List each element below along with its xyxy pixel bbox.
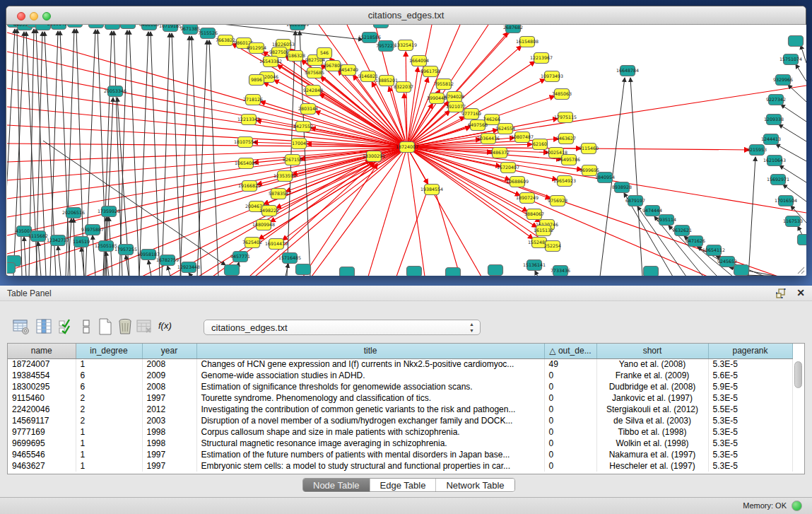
network-node[interactable]: 15716485	[278, 253, 301, 264]
table-cell[interactable]: 1997	[142, 392, 196, 404]
network-node[interactable]	[798, 235, 807, 245]
network-node[interactable]: 20053346	[104, 86, 126, 97]
table-cell[interactable]: 49	[544, 358, 596, 370]
network-node[interactable]: 15136141	[523, 260, 546, 271]
network-edge[interactable]	[192, 36, 201, 276]
network-node[interactable]: 1615132	[534, 226, 553, 236]
table-cell[interactable]: 5.3E-5	[708, 438, 792, 449]
network-edge[interactable]	[748, 157, 755, 276]
network-node[interactable]: 10807487	[511, 132, 534, 143]
table-cell[interactable]: 2008	[142, 358, 196, 370]
table-cell[interactable]: 0	[544, 415, 596, 426]
network-node[interactable]: 20206516	[62, 208, 85, 218]
table-cell[interactable]: Structural magnetic resonance image aver…	[196, 438, 544, 449]
table-cell[interactable]: 1	[76, 449, 142, 460]
table-cell[interactable]: 0	[544, 426, 596, 438]
network-edge[interactable]	[151, 32, 160, 276]
table-cell[interactable]: Yano et al. (2008)	[596, 358, 708, 370]
float-panel-icon[interactable]	[775, 288, 787, 299]
network-node[interactable]	[225, 265, 240, 276]
function-builder-icon[interactable]: f(x)	[158, 320, 178, 337]
network-window[interactable]: citations_edges.txt 44055714200914061065…	[6, 6, 806, 276]
network-node[interactable]: 9115460	[579, 144, 599, 154]
network-node[interactable]: 19384554	[420, 185, 443, 195]
table-cell[interactable]: 2	[76, 392, 142, 404]
network-edge[interactable]	[264, 83, 407, 147]
vertical-scrollbar[interactable]	[794, 361, 803, 472]
table-cell[interactable]: 0	[544, 370, 596, 381]
table-cell[interactable]: Hescheler et al. (1997)	[596, 460, 708, 472]
table-cell[interactable]: 5.3E-5	[708, 449, 792, 460]
network-node[interactable]	[407, 267, 422, 276]
table-cell[interactable]: 18300295	[8, 381, 76, 392]
network-node[interactable]: 1624554	[495, 124, 515, 134]
table-row[interactable]: 1456911722003Disruption of a novel membe…	[8, 415, 792, 426]
network-node[interactable]: 1244413	[761, 134, 781, 145]
network-node[interactable]: 9463627	[556, 134, 576, 144]
network-node[interactable]	[789, 36, 804, 47]
table-cell[interactable]: 6	[76, 381, 142, 392]
network-node[interactable]: 10653287	[85, 25, 107, 28]
table-cell[interactable]: Tourette syndrome. Phenomenology and cla…	[196, 392, 544, 404]
network-graph[interactable]: 4405571420091406106532871527602646616010…	[7, 25, 806, 276]
network-node[interactable]: 9227342	[766, 95, 786, 105]
table-cell[interactable]: 1998	[142, 438, 196, 449]
network-node[interactable]: 5875685	[305, 68, 324, 78]
network-edge[interactable]	[396, 186, 429, 276]
network-node[interactable]: 6466160	[139, 25, 159, 30]
table-cell[interactable]: Investigating the contribution of common…	[196, 404, 544, 415]
network-node[interactable]: 1664094	[409, 56, 429, 66]
table-cell[interactable]: Jankovic et al. (1997)	[596, 392, 708, 404]
column-header-pagerank[interactable]: pagerank	[708, 344, 792, 358]
table-cell[interactable]: 5.6E-5	[708, 370, 792, 381]
table-cell[interactable]: 2003	[142, 415, 196, 426]
network-node[interactable]: 12342737	[47, 235, 69, 246]
network-node[interactable]: 2718126	[243, 95, 263, 105]
table-cell[interactable]: 5.3E-5	[708, 392, 792, 404]
close-panel-icon[interactable]: ✕	[796, 287, 805, 298]
network-node[interactable]	[340, 267, 355, 276]
table-cell[interactable]: 1	[76, 460, 142, 472]
table-cell[interactable]: 0	[544, 449, 596, 460]
network-node[interactable]: 114519	[73, 237, 90, 247]
table-cell[interactable]: 9777169	[8, 426, 76, 438]
table-cell[interactable]: Dudbridge et al. (2008)	[596, 381, 708, 392]
table-cell[interactable]: 1998	[142, 426, 196, 438]
network-node[interactable]: 8215953	[747, 145, 767, 156]
network-node[interactable]: 7625402	[242, 238, 262, 248]
network-node[interactable]: 15751074	[779, 54, 802, 65]
network-edge[interactable]	[13, 32, 24, 276]
tab-node-table[interactable]: Node Table	[303, 479, 370, 491]
network-node[interactable]: 9896	[249, 75, 264, 86]
table-cell[interactable]: 22420046	[8, 404, 76, 415]
network-node[interactable]: 8186328	[286, 51, 305, 62]
network-edge[interactable]	[119, 30, 127, 276]
window-titlebar[interactable]: citations_edges.txt	[6, 6, 806, 25]
network-edge[interactable]	[189, 273, 192, 276]
network-node[interactable]: 12213343	[237, 115, 260, 125]
network-node[interactable]: 7632621	[672, 226, 692, 236]
network-node[interactable]: 252254	[544, 241, 561, 252]
network-node[interactable]: 7957223	[376, 41, 396, 52]
show-columns-icon[interactable]	[35, 318, 52, 335]
network-node[interactable]: 12213967	[530, 53, 553, 64]
table-cell[interactable]: 5.3E-5	[708, 358, 792, 370]
network-node[interactable]	[644, 267, 659, 276]
table-row[interactable]: 946554611997Estimation of the future num…	[8, 449, 792, 460]
network-node[interactable]: 7485063	[552, 89, 572, 100]
network-node[interactable]: 8454749	[339, 65, 358, 76]
network-edge[interactable]	[781, 105, 806, 122]
table-cell[interactable]: Nakamura et al. (1997)	[596, 449, 708, 460]
table-cell[interactable]: 9699695	[8, 438, 76, 449]
network-node[interactable]: 10688609	[506, 177, 529, 187]
network-node[interactable]: 9756928	[548, 196, 567, 206]
table-cell[interactable]: 2009	[142, 370, 196, 381]
network-node[interactable]: 7955812	[434, 79, 454, 90]
network-edge[interactable]	[209, 40, 218, 276]
network-node[interactable]: 9242848	[303, 86, 323, 96]
network-node[interactable]	[68, 25, 83, 28]
table-cell[interactable]: Wolkin et al. (1998)	[596, 438, 708, 449]
network-node[interactable]: 62160	[533, 139, 548, 150]
network-node[interactable]: 1527602	[118, 25, 138, 29]
table-cell[interactable]: de Silva et al. (2003)	[596, 415, 708, 426]
